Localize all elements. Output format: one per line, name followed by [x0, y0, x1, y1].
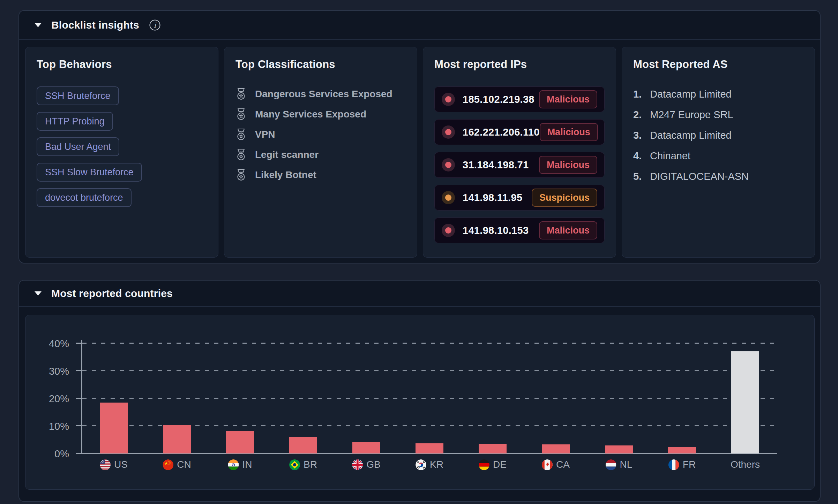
svg-text:i: i	[154, 21, 157, 29]
section-title-blocklist: Blocklist insights	[51, 19, 139, 31]
ip-row[interactable]: 141.98.11.95Suspicious	[434, 185, 605, 211]
classification-label: VPN	[255, 129, 275, 140]
status-badge: Malicious	[539, 90, 597, 108]
ip-address: 31.184.198.71	[463, 159, 529, 171]
as-item: 4.Chinanet	[633, 146, 803, 166]
chart-x-label-us: US	[100, 459, 128, 470]
blocklist-insights-header[interactable]: Blocklist insights i	[19, 11, 820, 40]
medal-icon	[235, 128, 247, 141]
chart-bar-nl	[605, 445, 633, 453]
flag-in-icon	[228, 459, 239, 470]
classification-label: Legit scanner	[255, 149, 319, 160]
flag-kr-icon	[416, 459, 426, 470]
chart-bar-de	[479, 444, 507, 453]
as-item: 5.DIGITALOCEAN-ASN	[633, 166, 803, 187]
flag-us-icon	[100, 459, 111, 470]
country-code-label: CN	[177, 459, 191, 470]
most-reported-ips-card: Most reported IPs 185.102.219.38Maliciou…	[423, 47, 616, 258]
chart-plot: 0%10%20%30%40%USCNINBRGBKRDECANLFROthers	[82, 343, 777, 453]
ip-address: 141.98.10.153	[463, 225, 529, 236]
info-icon[interactable]: i	[149, 19, 161, 31]
most-reported-as-card: Most Reported AS 1.Datacamp Limited2.M24…	[622, 47, 815, 258]
card-title-as: Most Reported AS	[633, 58, 803, 71]
country-code-label: US	[114, 459, 128, 470]
ip-list: 185.102.219.38Malicious162.221.206.110Ma…	[434, 86, 605, 243]
ip-row[interactable]: 31.184.198.71Malicious	[434, 152, 605, 178]
ip-address: 162.221.206.110	[463, 127, 540, 138]
classification-item: Legit scanner	[235, 145, 406, 165]
behavior-tag[interactable]: SSH Bruteforce	[37, 86, 119, 105]
flag-br-icon	[289, 459, 300, 470]
most-reported-countries-panel: Most reported countries 0%10%20%30%40%US…	[18, 280, 821, 502]
status-badge: Malicious	[539, 156, 597, 174]
chart-y-tick-label: 0%	[31, 448, 69, 460]
country-code-label: DE	[493, 459, 507, 470]
chart-gridline	[82, 343, 777, 344]
flag-fr-icon	[668, 459, 679, 470]
country-code-label: Others	[731, 459, 760, 470]
behavior-tag[interactable]: SSH Slow Bruteforce	[37, 163, 142, 182]
country-code-label: KR	[430, 459, 443, 470]
as-name: DIGITALOCEAN-ASN	[650, 171, 749, 182]
flag-de-icon	[479, 459, 489, 470]
as-rank: 2.	[633, 109, 650, 121]
behavior-tag-list: SSH BruteforceHTTP ProbingBad User Agent…	[37, 86, 207, 207]
status-dot-inner	[445, 227, 451, 234]
status-badge: Malicious	[539, 221, 597, 239]
blocklist-dashboard: Blocklist insights i Top Behaviors SSH B…	[0, 0, 838, 504]
section-title-countries: Most reported countries	[51, 288, 173, 299]
card-title-ips: Most reported IPs	[434, 58, 605, 71]
chart-x-label-fr: FR	[668, 459, 696, 470]
status-badge: Suspicious	[532, 189, 597, 207]
flag-gb-icon	[352, 459, 363, 470]
collapse-caret-icon[interactable]	[35, 291, 42, 296]
as-rank: 5.	[633, 171, 650, 182]
as-rank: 1.	[633, 89, 650, 100]
chart-y-tick	[76, 453, 81, 454]
behavior-tag[interactable]: Bad User Agent	[37, 137, 119, 156]
chart-y-tick	[76, 398, 81, 399]
status-badge: Malicious	[540, 123, 598, 141]
medal-icon	[235, 169, 247, 181]
ip-row[interactable]: 185.102.219.38Malicious	[434, 86, 605, 112]
ip-row[interactable]: 162.221.206.110Malicious	[434, 119, 605, 145]
countries-chart-card: 0%10%20%30%40%USCNINBRGBKRDECANLFROthers	[25, 315, 815, 490]
country-code-label: BR	[304, 459, 317, 470]
chart-x-label-br: BR	[289, 459, 317, 470]
countries-header[interactable]: Most reported countries	[19, 281, 820, 307]
chart-x-label-cn: CN	[163, 459, 191, 470]
as-rank: 4.	[633, 150, 650, 162]
behavior-tag[interactable]: HTTP Probing	[37, 112, 113, 131]
country-code-label: FR	[683, 459, 696, 470]
insight-cards-row: Top Behaviors SSH BruteforceHTTP Probing…	[25, 47, 815, 258]
as-name: M247 Europe SRL	[650, 109, 733, 121]
chart-x-label-kr: KR	[416, 459, 443, 470]
collapse-caret-icon[interactable]	[35, 23, 42, 27]
chart-bar-others	[731, 351, 759, 453]
behavior-tag[interactable]: dovecot bruteforce	[37, 188, 132, 207]
status-dot-inner	[445, 194, 451, 201]
chart-x-label-de: DE	[479, 459, 507, 470]
top-behaviors-card: Top Behaviors SSH BruteforceHTTP Probing…	[25, 47, 218, 258]
classification-list: Dangerous Services ExposedMany Services …	[235, 84, 406, 185]
chart-x-label-nl: NL	[606, 459, 633, 470]
status-dot-icon	[442, 93, 455, 106]
ip-row[interactable]: 141.98.10.153Malicious	[434, 217, 605, 243]
top-classifications-card: Top Classifications Dangerous Services E…	[224, 47, 417, 258]
flag-cn-icon	[163, 459, 173, 470]
chart-x-label-ca: CA	[542, 459, 570, 470]
chart-y-tick	[76, 343, 81, 344]
medal-icon	[235, 148, 247, 161]
as-name: Datacamp Limited	[650, 89, 732, 100]
card-title-behaviors: Top Behaviors	[37, 58, 207, 71]
chart-y-tick-label: 20%	[31, 393, 69, 405]
chart-bar-us	[100, 403, 128, 453]
country-code-label: IN	[242, 459, 252, 470]
as-rank: 3.	[633, 130, 650, 141]
blocklist-insights-panel: Blocklist insights i Top Behaviors SSH B…	[18, 10, 821, 264]
classification-label: Likely Botnet	[255, 169, 316, 181]
ip-address: 185.102.219.38	[463, 94, 534, 105]
country-code-label: GB	[366, 459, 380, 470]
as-item: 1.Datacamp Limited	[633, 84, 803, 105]
status-dot-icon	[442, 125, 455, 139]
